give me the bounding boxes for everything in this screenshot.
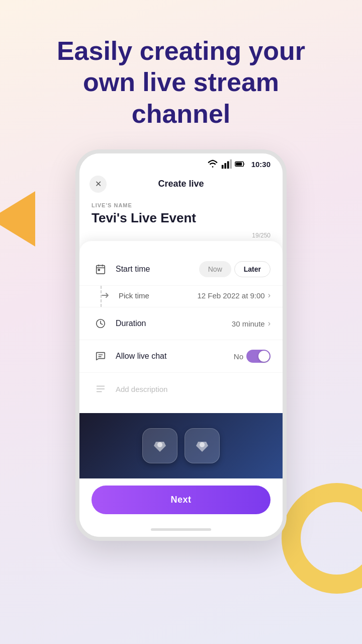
close-button[interactable]: ✕ [89, 176, 107, 193]
status-time: 10:30 [251, 160, 270, 169]
svg-point-0 [212, 166, 213, 168]
pick-time-chevron: › [268, 291, 270, 300]
svg-rect-4 [230, 159, 232, 169]
svg-rect-6 [236, 163, 242, 166]
home-indicator [151, 528, 211, 531]
close-icon: ✕ [95, 179, 102, 189]
description-row[interactable]: Add description [79, 373, 283, 405]
status-icons [207, 158, 245, 170]
media-preview [79, 413, 283, 478]
chat-icon [92, 347, 110, 365]
hero-section: Easily creating your own live stream cha… [0, 0, 362, 144]
allow-chat-label: Allow live chat [116, 352, 234, 361]
header-title: Create live [158, 179, 204, 189]
key-icon-2 [185, 428, 220, 463]
char-count: 19/250 [79, 230, 283, 241]
next-button[interactable]: Next [92, 486, 270, 514]
time-buttons: Now Later [199, 261, 270, 277]
arrow-right-icon [101, 292, 110, 299]
keyboard-visual [142, 428, 220, 463]
allow-chat-value: No [234, 350, 270, 363]
allow-chat-toggle[interactable] [246, 350, 270, 363]
svg-rect-1 [221, 165, 223, 169]
pick-time-row: Pick time 12 Feb 2022 at 9:00 › [79, 286, 283, 307]
svg-rect-3 [227, 162, 229, 169]
start-time-row: Start time Now Later [79, 253, 283, 286]
app-header: ✕ Create live [79, 172, 283, 196]
duration-row[interactable]: Duration 30 minute › [79, 307, 283, 340]
status-bar: 10:30 [79, 153, 283, 172]
wifi-icon [207, 158, 218, 170]
dashed-connector [101, 286, 102, 307]
key-icon-1 [142, 428, 177, 463]
later-button[interactable]: Later [234, 261, 270, 277]
allow-chat-row: Allow live chat No [79, 340, 283, 373]
duration-icon [92, 314, 110, 333]
toggle-knob [258, 351, 269, 362]
description-icon [92, 380, 110, 398]
description-placeholder: Add description [116, 385, 270, 393]
now-button[interactable]: Now [199, 261, 231, 277]
svg-rect-11 [98, 269, 100, 271]
start-time-label: Start time [116, 265, 199, 274]
hero-title: Easily creating your own live stream cha… [30, 35, 332, 129]
svg-rect-7 [97, 266, 105, 274]
phone-frame: 10:30 ✕ Create live LIVE'S NAME Tevi's L… [75, 149, 287, 541]
start-time-icon [92, 260, 110, 278]
duration-value: 30 minute › [232, 319, 270, 328]
pick-time-value[interactable]: 12 Feb 2022 at 9:00 › [197, 291, 270, 300]
live-name-section: LIVE'S NAME Tevi's Live Event [79, 196, 283, 230]
signal-icon [221, 158, 232, 170]
svg-point-19 [200, 442, 205, 447]
pick-time-label: Pick time [119, 291, 197, 300]
live-name-label: LIVE'S NAME [92, 202, 270, 208]
bottom-sheet: Start time Now Later Pick time 12 Feb 20… [79, 241, 283, 413]
battery-icon [234, 158, 245, 170]
phone-bottom-bar [79, 524, 283, 537]
duration-chevron: › [268, 319, 270, 328]
svg-point-18 [157, 442, 162, 447]
duration-label: Duration [116, 319, 232, 328]
next-button-section: Next [79, 478, 283, 524]
live-name-value: Tevi's Live Event [92, 210, 270, 226]
phone-wrapper: 10:30 ✕ Create live LIVE'S NAME Tevi's L… [0, 149, 362, 541]
svg-rect-2 [224, 163, 226, 169]
